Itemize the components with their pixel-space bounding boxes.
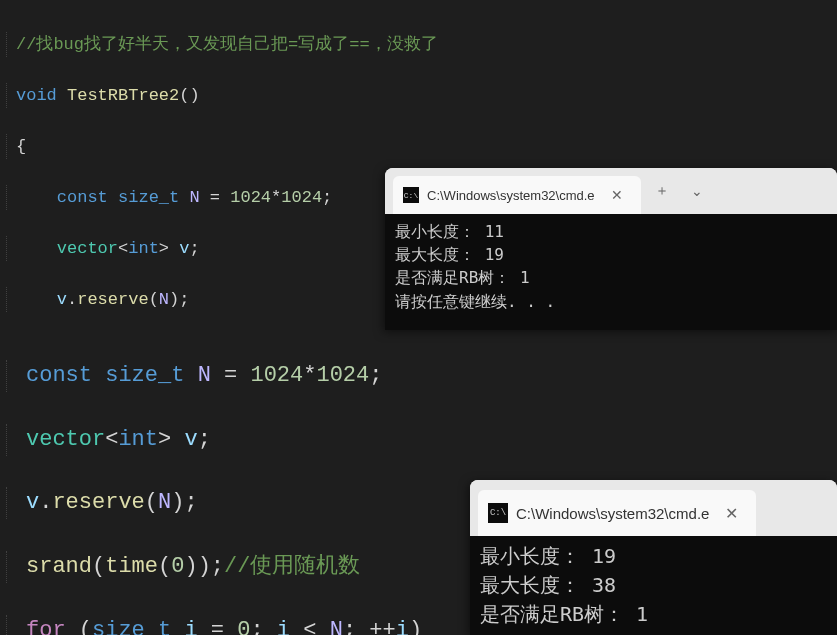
terminal-tab-title: C:\Windows\system32\cmd.e	[516, 505, 709, 522]
terminal-tab[interactable]: C:\ C:\Windows\system32\cmd.e ✕	[393, 176, 641, 214]
terminal-tab[interactable]: C:\ C:\Windows\system32\cmd.e ✕	[478, 490, 756, 536]
terminal-output: 最小长度： 11 最大长度： 19 是否满足RB树： 1 请按任意键继续. . …	[385, 214, 837, 330]
code-line: {	[0, 134, 837, 160]
comment-text: //使用随机数	[224, 554, 360, 579]
function-name: TestRBTree2	[67, 86, 179, 105]
code-line: //找bug找了好半天，又发现自己把=写成了==，没救了	[0, 32, 837, 58]
terminal-tab-title: C:\Windows\system32\cmd.e	[427, 188, 595, 203]
output-line: 最大长度： 38	[480, 573, 616, 597]
code-line: const size_t N = 1024*1024;	[0, 360, 837, 392]
terminal-titlebar[interactable]: C:\ C:\Windows\system32\cmd.e ✕	[470, 480, 837, 536]
new-tab-icon[interactable]: ＋	[647, 178, 677, 204]
terminal-window-1[interactable]: C:\ C:\Windows\system32\cmd.e ✕ ＋ ⌄ 最小长度…	[385, 168, 837, 330]
terminal-output: 最小长度： 19 最大长度： 38 是否满足RB树： 1	[470, 536, 837, 635]
output-line: 是否满足RB树： 1	[395, 268, 530, 287]
parens: ()	[179, 86, 199, 105]
cmd-icon: C:\	[488, 503, 508, 523]
close-icon[interactable]: ✕	[717, 500, 746, 527]
output-line: 最大长度： 19	[395, 245, 504, 264]
keyword-void: void	[16, 86, 57, 105]
chevron-down-icon[interactable]: ⌄	[683, 179, 711, 203]
brace: {	[16, 137, 26, 156]
output-line: 最小长度： 11	[395, 222, 504, 241]
cmd-icon: C:\	[403, 187, 419, 203]
comment-text: //找bug找了好半天，又发现自己把=写成了==，没救了	[16, 35, 438, 54]
output-line: 最小长度： 19	[480, 544, 616, 568]
output-line: 请按任意键继续. . .	[395, 292, 555, 311]
terminal-window-2[interactable]: C:\ C:\Windows\system32\cmd.e ✕ 最小长度： 19…	[470, 480, 837, 635]
code-line: vector<int> v;	[0, 424, 837, 456]
output-line: 是否满足RB树： 1	[480, 602, 648, 626]
terminal-titlebar[interactable]: C:\ C:\Windows\system32\cmd.e ✕ ＋ ⌄	[385, 168, 837, 214]
code-line: void TestRBTree2()	[0, 83, 837, 109]
close-icon[interactable]: ✕	[603, 183, 631, 207]
